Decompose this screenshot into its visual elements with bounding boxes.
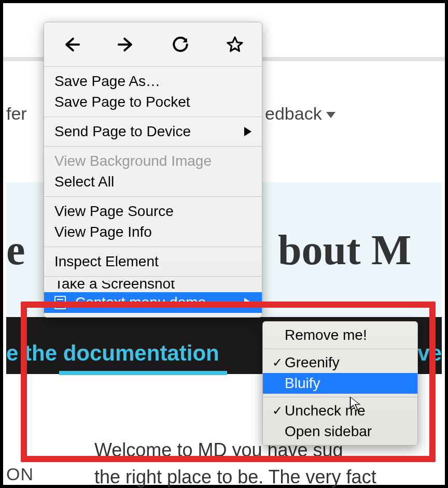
submenu-item-uncheck[interactable]: ✓Uncheck me — [263, 400, 417, 421]
submenu-arrow-icon — [244, 298, 251, 307]
menu-item-save-page-as[interactable]: Save Page As… — [44, 71, 262, 92]
context-menu: Save Page As… Save Page to Pocket Send P… — [44, 22, 262, 318]
chevron-down-icon — [326, 112, 335, 118]
body-text-line2: the right place to be. The very fact — [94, 466, 376, 488]
context-menu-nav-row — [44, 22, 262, 67]
nav-fragment-left: fer — [6, 104, 27, 124]
documentation-underline — [59, 371, 227, 375]
submenu-arrow-icon — [244, 127, 251, 136]
menu-item-view-source[interactable]: View Page Source — [44, 201, 262, 222]
screenshot-frame: fer edback e bout M e the documentation … — [0, 0, 448, 488]
menu-item-view-page-info[interactable]: View Page Info — [44, 222, 262, 242]
submenu-item-bluify[interactable]: Bluify — [263, 373, 417, 394]
back-button[interactable] — [44, 22, 99, 66]
documentation-link[interactable]: e the documentation — [6, 341, 219, 366]
reload-icon — [172, 36, 189, 53]
check-icon: ✓ — [270, 355, 285, 370]
menu-item-save-to-pocket[interactable]: Save Page to Pocket — [44, 92, 262, 112]
arrow-left-icon — [63, 36, 80, 53]
star-icon — [226, 36, 244, 53]
menu-item-screenshot[interactable]: Take a Screenshot — [44, 281, 262, 292]
menu-item-view-bg-image: View Background Image — [44, 151, 262, 171]
menu-item-inspect[interactable]: Inspect Element — [44, 251, 262, 272]
page-icon — [54, 296, 66, 309]
forward-button[interactable] — [99, 22, 153, 66]
submenu-item-remove[interactable]: Remove me! — [263, 325, 417, 346]
menu-item-send-to-device[interactable]: Send Page to Device — [44, 121, 262, 142]
arrow-right-icon — [117, 36, 135, 53]
menu-item-context-demo[interactable]: Context menu demo — [44, 292, 262, 313]
submenu-item-greenify[interactable]: ✓Greenify — [263, 352, 417, 373]
submenu-item-open-sidebar[interactable]: Open sidebar — [263, 421, 417, 442]
nav-fragment-right[interactable]: edback — [265, 104, 335, 124]
check-icon: ✓ — [270, 404, 285, 418]
menu-item-select-all[interactable]: Select All — [44, 171, 262, 192]
mouse-cursor-icon — [348, 396, 362, 412]
left-fragment: ON — [6, 464, 34, 484]
context-submenu: Remove me! ✓Greenify Bluify ✓Uncheck me … — [262, 321, 418, 446]
reload-button[interactable] — [153, 22, 207, 66]
bookmark-button[interactable] — [207, 22, 262, 66]
